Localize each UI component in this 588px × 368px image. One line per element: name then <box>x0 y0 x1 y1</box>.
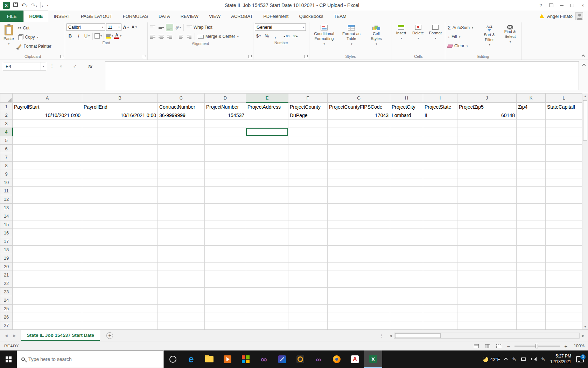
cell-H19[interactable] <box>390 254 423 263</box>
cell-E21[interactable] <box>246 271 288 279</box>
cell-K3[interactable] <box>517 120 546 128</box>
cell-D21[interactable] <box>205 271 246 279</box>
cell-F22[interactable] <box>288 279 328 288</box>
cell-A20[interactable] <box>13 263 82 271</box>
format-cells-button[interactable]: Format▾ <box>427 23 443 40</box>
cell-J3[interactable] <box>457 120 517 128</box>
column-header-C[interactable]: C <box>158 94 205 103</box>
cell-E1[interactable]: ProjectAddress <box>246 103 288 111</box>
cell-D23[interactable] <box>205 288 246 296</box>
cell-G25[interactable] <box>328 305 390 313</box>
cell-C18[interactable] <box>158 246 205 254</box>
cell-D24[interactable] <box>205 296 246 305</box>
cell-C12[interactable] <box>158 195 205 204</box>
row-header-19[interactable]: 19 <box>0 254 13 263</box>
row-header-9[interactable]: 9 <box>0 170 13 178</box>
cell-J27[interactable] <box>457 321 517 330</box>
cell-K4[interactable] <box>517 128 546 136</box>
cell-K10[interactable] <box>517 178 546 187</box>
cell-D12[interactable] <box>205 195 246 204</box>
taskbar-item-firefox[interactable] <box>328 350 346 368</box>
name-box-dropdown-icon[interactable]: ▾ <box>41 62 46 70</box>
cell-L25[interactable] <box>546 305 582 313</box>
row-header-4[interactable]: 4 <box>0 128 13 136</box>
cell-I24[interactable] <box>423 296 457 305</box>
taskbar-search[interactable] <box>17 350 164 368</box>
cell-D6[interactable] <box>205 145 246 153</box>
conditional-formatting-button[interactable]: Conditional Formatting▾ <box>311 23 337 46</box>
format-painter-button[interactable]: Format Painter <box>16 42 52 50</box>
cell-K25[interactable] <box>517 305 546 313</box>
cell-B19[interactable] <box>82 254 158 263</box>
cell-B1[interactable]: PayrollEnd <box>82 103 158 111</box>
cell-I12[interactable] <box>423 195 457 204</box>
cell-F10[interactable] <box>288 178 328 187</box>
cell-H21[interactable] <box>390 271 423 279</box>
font-size-select[interactable]: 11▾ <box>106 23 121 31</box>
cell-G11[interactable] <box>328 187 390 195</box>
cell-F26[interactable] <box>288 313 328 321</box>
cell-C20[interactable] <box>158 263 205 271</box>
cell-G13[interactable] <box>328 204 390 212</box>
cell-L3[interactable] <box>546 120 582 128</box>
tab-review[interactable]: REVIEW <box>175 11 204 22</box>
pen-icon[interactable]: ✎ <box>512 356 516 362</box>
row-header-26[interactable]: 26 <box>0 313 13 321</box>
cell-E13[interactable] <box>246 204 288 212</box>
cell-A4[interactable] <box>13 128 82 136</box>
cell-H1[interactable]: ProjectCity <box>390 103 423 111</box>
column-header-E[interactable]: E <box>246 94 288 103</box>
cell-A15[interactable] <box>13 220 82 229</box>
cell-F19[interactable] <box>288 254 328 263</box>
cell-J4[interactable] <box>457 128 517 136</box>
cell-D26[interactable] <box>205 313 246 321</box>
cell-I7[interactable] <box>423 153 457 162</box>
alignment-dialog-launcher-icon[interactable] <box>248 55 252 58</box>
paste-button[interactable]: Paste▾ <box>2 23 15 46</box>
cell-I13[interactable] <box>423 204 457 212</box>
cell-E20[interactable] <box>246 263 288 271</box>
cell-E11[interactable] <box>246 187 288 195</box>
cell-H10[interactable] <box>390 178 423 187</box>
row-header-11[interactable]: 11 <box>0 187 13 195</box>
cell-B16[interactable] <box>82 229 158 237</box>
cell-G20[interactable] <box>328 263 390 271</box>
row-header-2[interactable]: 2 <box>0 111 13 120</box>
cell-C13[interactable] <box>158 204 205 212</box>
cell-B17[interactable] <box>82 237 158 246</box>
cut-button[interactable]: ✂Cut <box>16 24 52 32</box>
cell-H6[interactable] <box>390 145 423 153</box>
cell-I1[interactable]: ProjectState <box>423 103 457 111</box>
weather-widget[interactable]: 42°F <box>483 357 500 362</box>
increase-font-button[interactable]: A▲ <box>122 23 130 31</box>
cell-H4[interactable] <box>390 128 423 136</box>
cell-A10[interactable] <box>13 178 82 187</box>
cell-C3[interactable] <box>158 120 205 128</box>
bold-button[interactable]: B <box>66 32 74 40</box>
cell-A11[interactable] <box>13 187 82 195</box>
cell-D10[interactable] <box>205 178 246 187</box>
cell-B9[interactable] <box>82 170 158 178</box>
cell-C15[interactable] <box>158 220 205 229</box>
cell-F4[interactable] <box>288 128 328 136</box>
row-header-25[interactable]: 25 <box>0 305 13 313</box>
taskbar-item-app-a[interactable]: A <box>346 350 364 368</box>
cell-B25[interactable] <box>82 305 158 313</box>
cell-L13[interactable] <box>546 204 582 212</box>
cell-E15[interactable] <box>246 220 288 229</box>
cell-L12[interactable] <box>546 195 582 204</box>
fill-color-button[interactable]: ▾ <box>106 32 113 40</box>
cell-A2[interactable]: 10/10/2021 0:00 <box>13 111 82 120</box>
cell-H20[interactable] <box>390 263 423 271</box>
cell-C23[interactable] <box>158 288 205 296</box>
tab-pdfelement[interactable]: PDFelement <box>258 11 294 22</box>
sheet-tab[interactable]: State IL Job 154537 Start Date <box>21 330 100 341</box>
cell-E10[interactable] <box>246 178 288 187</box>
cell-H3[interactable] <box>390 120 423 128</box>
cell-I16[interactable] <box>423 229 457 237</box>
cell-K8[interactable] <box>517 162 546 170</box>
cell-G21[interactable] <box>328 271 390 279</box>
cell-L21[interactable] <box>546 271 582 279</box>
cell-A5[interactable] <box>13 136 82 145</box>
cell-E17[interactable] <box>246 237 288 246</box>
